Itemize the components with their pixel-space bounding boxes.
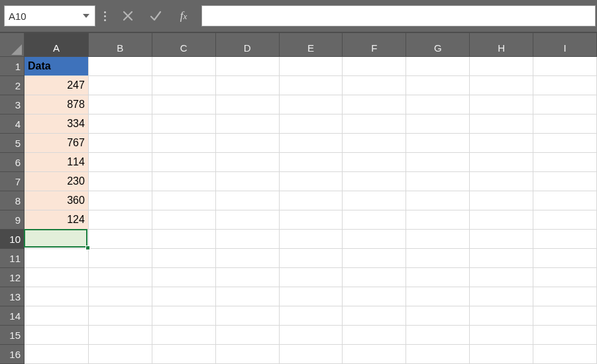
select-all-corner[interactable] bbox=[0, 33, 25, 57]
cell-A6[interactable]: 114 bbox=[25, 153, 89, 172]
cell-I2[interactable] bbox=[533, 76, 597, 95]
cell-H3[interactable] bbox=[470, 95, 533, 114]
column-header-F[interactable]: F bbox=[343, 33, 406, 57]
cell-F4[interactable] bbox=[343, 114, 406, 134]
cell-H2[interactable] bbox=[470, 76, 533, 95]
cell-A8[interactable]: 360 bbox=[25, 191, 89, 210]
cell-B10[interactable] bbox=[89, 230, 152, 249]
cell-D2[interactable] bbox=[216, 76, 280, 95]
cell-B2[interactable] bbox=[89, 76, 152, 95]
cell-F13[interactable] bbox=[343, 287, 406, 306]
cell-D3[interactable] bbox=[216, 95, 280, 114]
column-header-B[interactable]: B bbox=[89, 33, 152, 57]
cell-F6[interactable] bbox=[343, 153, 406, 172]
cell-D7[interactable] bbox=[216, 172, 280, 191]
cell-E1[interactable] bbox=[280, 57, 343, 76]
fill-handle[interactable] bbox=[85, 246, 90, 250]
column-header-H[interactable]: H bbox=[470, 33, 533, 57]
formula-input[interactable] bbox=[201, 5, 596, 26]
name-box[interactable]: A10 bbox=[4, 5, 95, 26]
cell-F5[interactable] bbox=[343, 134, 406, 153]
cell-F1[interactable] bbox=[343, 57, 406, 76]
cell-D6[interactable] bbox=[216, 153, 280, 172]
cell-A12[interactable] bbox=[25, 268, 89, 287]
cell-E6[interactable] bbox=[280, 153, 343, 172]
cell-A4[interactable]: 334 bbox=[25, 114, 89, 134]
cell-C6[interactable] bbox=[152, 153, 216, 172]
cell-F15[interactable] bbox=[343, 326, 406, 345]
cell-C14[interactable] bbox=[152, 306, 216, 326]
cell-B7[interactable] bbox=[89, 172, 152, 191]
row-header-14[interactable]: 14 bbox=[0, 306, 25, 326]
cell-H13[interactable] bbox=[470, 287, 533, 306]
cell-F11[interactable] bbox=[343, 249, 406, 268]
cell-H7[interactable] bbox=[470, 172, 533, 191]
cell-G5[interactable] bbox=[406, 134, 470, 153]
cell-H16[interactable] bbox=[470, 345, 533, 364]
cell-E7[interactable] bbox=[280, 172, 343, 191]
cell-D14[interactable] bbox=[216, 306, 280, 326]
cell-C9[interactable] bbox=[152, 210, 216, 230]
cell-G13[interactable] bbox=[406, 287, 470, 306]
cell-E16[interactable] bbox=[280, 345, 343, 364]
insert-function-button[interactable]: fx bbox=[170, 5, 197, 26]
column-header-G[interactable]: G bbox=[406, 33, 470, 57]
row-header-4[interactable]: 4 bbox=[0, 114, 25, 134]
row-header-13[interactable]: 13 bbox=[0, 287, 25, 306]
name-box-dropdown-icon[interactable] bbox=[81, 11, 91, 21]
row-header-16[interactable]: 16 bbox=[0, 345, 25, 364]
cell-C16[interactable] bbox=[152, 345, 216, 364]
cell-I11[interactable] bbox=[533, 249, 597, 268]
cell-I1[interactable] bbox=[533, 57, 597, 76]
cell-B1[interactable] bbox=[89, 57, 152, 76]
cell-A5[interactable]: 767 bbox=[25, 134, 89, 153]
cell-B14[interactable] bbox=[89, 306, 152, 326]
cell-A15[interactable] bbox=[25, 326, 89, 345]
cell-I6[interactable] bbox=[533, 153, 597, 172]
cell-F2[interactable] bbox=[343, 76, 406, 95]
cell-G6[interactable] bbox=[406, 153, 470, 172]
cell-F12[interactable] bbox=[343, 268, 406, 287]
row-header-12[interactable]: 12 bbox=[0, 268, 25, 287]
cell-C1[interactable] bbox=[152, 57, 216, 76]
cell-H11[interactable] bbox=[470, 249, 533, 268]
cell-F10[interactable] bbox=[343, 230, 406, 249]
cell-H9[interactable] bbox=[470, 210, 533, 230]
column-header-C[interactable]: C bbox=[152, 33, 216, 57]
cell-D16[interactable] bbox=[216, 345, 280, 364]
row-header-10[interactable]: 10 bbox=[0, 230, 25, 249]
cell-G2[interactable] bbox=[406, 76, 470, 95]
cell-C10[interactable] bbox=[152, 230, 216, 249]
cell-H10[interactable] bbox=[470, 230, 533, 249]
cell-E12[interactable] bbox=[280, 268, 343, 287]
column-header-E[interactable]: E bbox=[280, 33, 343, 57]
cell-B9[interactable] bbox=[89, 210, 152, 230]
row-header-5[interactable]: 5 bbox=[0, 134, 25, 153]
cell-I9[interactable] bbox=[533, 210, 597, 230]
cell-B5[interactable] bbox=[89, 134, 152, 153]
cell-C2[interactable] bbox=[152, 76, 216, 95]
cells-area[interactable]: Data247878334767114230360124 bbox=[25, 57, 597, 364]
cell-C11[interactable] bbox=[152, 249, 216, 268]
cell-H5[interactable] bbox=[470, 134, 533, 153]
cell-D1[interactable] bbox=[216, 57, 280, 76]
cell-I5[interactable] bbox=[533, 134, 597, 153]
cell-A14[interactable] bbox=[25, 306, 89, 326]
cell-G7[interactable] bbox=[406, 172, 470, 191]
cell-G11[interactable] bbox=[406, 249, 470, 268]
cell-F8[interactable] bbox=[343, 191, 406, 210]
cell-G12[interactable] bbox=[406, 268, 470, 287]
cell-B3[interactable] bbox=[89, 95, 152, 114]
cell-A3[interactable]: 878 bbox=[25, 95, 89, 114]
cell-A1[interactable]: Data bbox=[25, 57, 89, 76]
cell-G9[interactable] bbox=[406, 210, 470, 230]
cell-H6[interactable] bbox=[470, 153, 533, 172]
cell-E8[interactable] bbox=[280, 191, 343, 210]
cell-C13[interactable] bbox=[152, 287, 216, 306]
cell-H1[interactable] bbox=[470, 57, 533, 76]
cell-E2[interactable] bbox=[280, 76, 343, 95]
cell-A16[interactable] bbox=[25, 345, 89, 364]
cell-A10[interactable] bbox=[25, 230, 89, 249]
cell-G15[interactable] bbox=[406, 326, 470, 345]
cell-F14[interactable] bbox=[343, 306, 406, 326]
